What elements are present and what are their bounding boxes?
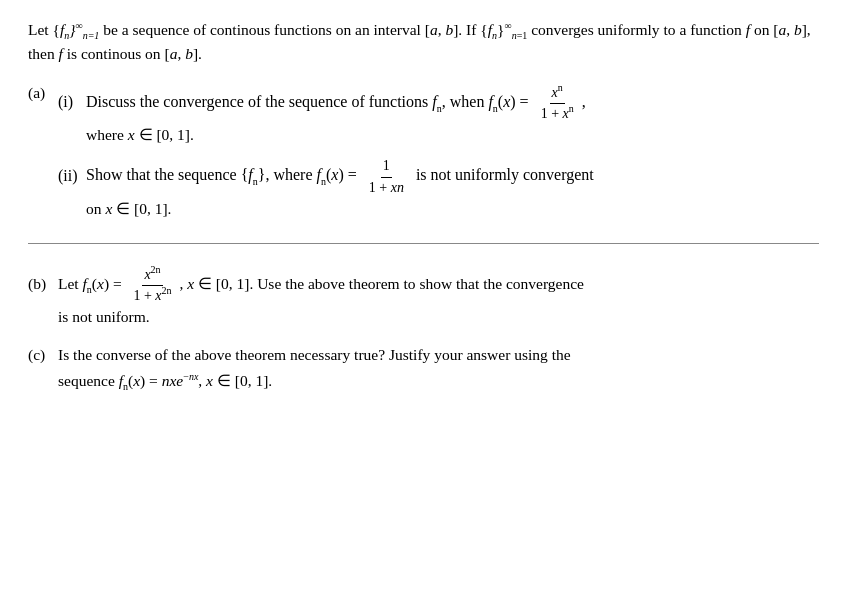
part-b-cont: is not uniform. xyxy=(58,305,819,330)
part-b: (b) Let fn(x) = x2n 1 + x2n , x ∈ [0, 1]… xyxy=(28,266,819,330)
sub-i-line: (i) Discuss the convergence of the seque… xyxy=(58,84,819,123)
sub-i-domain: where x ∈ [0, 1]. xyxy=(86,123,819,147)
intro-fn: fn}∞n=1 xyxy=(60,21,99,38)
label-ii: (ii) xyxy=(58,161,86,191)
label-c: (c) xyxy=(28,340,58,369)
page-content: Let {fn}∞n=1 be a sequence of continous … xyxy=(28,18,819,394)
part-a: (a) (i) Discuss the convergence of the s… xyxy=(28,84,819,221)
part-c: (c) Is the converse of the above theorem… xyxy=(28,340,819,394)
sub-ii-on: on x ∈ [0, 1]. xyxy=(86,197,819,221)
label-b: (b) xyxy=(28,269,58,298)
intro-paragraph: Let {fn}∞n=1 be a sequence of continous … xyxy=(28,18,819,66)
part-b-text: Let fn(x) = x2n 1 + x2n , x ∈ [0, 1]. Us… xyxy=(58,266,584,305)
sub-ii-text: Show that the sequence {fn}, where fn(x)… xyxy=(86,157,594,196)
label-a: (a) xyxy=(28,84,58,102)
part-c-seq: sequence fn(x) = nxe−nx, x ∈ [0, 1]. xyxy=(58,369,819,394)
sub-ii-line: (ii) Show that the sequence {fn}, where … xyxy=(58,157,819,196)
part-c-text: Is the converse of the above theorem nec… xyxy=(58,340,571,369)
sub-i-text: Discuss the convergence of the sequence … xyxy=(86,84,586,123)
label-i: (i) xyxy=(58,88,86,117)
sub-ii: (ii) Show that the sequence {fn}, where … xyxy=(58,157,819,220)
frac-1-1pxn: 1 1 + xn xyxy=(367,157,406,196)
section-divider xyxy=(28,243,819,244)
frac-xn-1pxn: xn 1 + xn xyxy=(539,84,576,123)
frac-x2n-1px2n: x2n 1 + x2n xyxy=(131,266,173,305)
